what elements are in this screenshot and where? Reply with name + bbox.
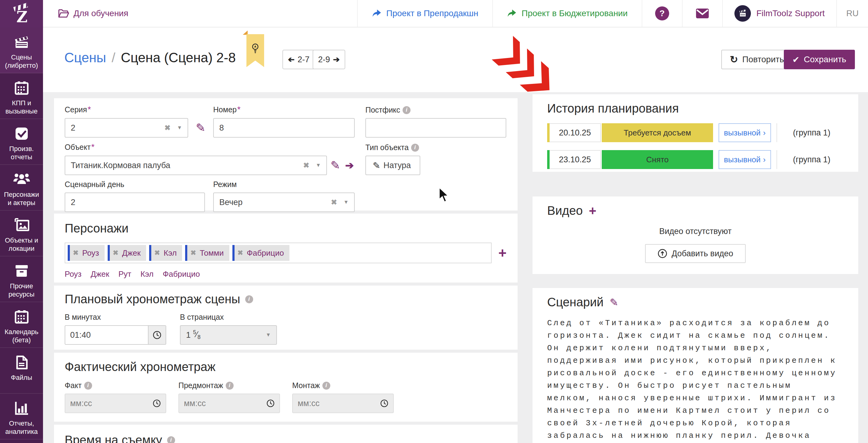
info-icon[interactable]: i <box>84 382 92 390</box>
info-icon[interactable]: i <box>245 295 253 303</box>
character-link[interactable]: Рут <box>118 269 131 279</box>
edit-script-icon[interactable]: ✎ <box>610 296 619 308</box>
add-character-button[interactable]: + <box>498 246 506 260</box>
character-link[interactable]: Кэл <box>140 269 153 279</box>
filmtoolz-logo[interactable]: Z <box>0 0 43 27</box>
object-select[interactable]: Титаник.Кормовая палуба ✖ ▼ <box>65 156 327 175</box>
sidebar-item-production-reports[interactable]: Произв. отчеты <box>0 119 43 165</box>
remove-tag-icon[interactable]: ✖ <box>113 249 118 257</box>
planned-timing-card: Плановый хронометраж сцены i В минутах В… <box>54 286 518 350</box>
goto-object-icon[interactable]: ➔ <box>345 159 354 172</box>
info-icon[interactable]: i <box>226 382 234 390</box>
pages-int: 1 <box>186 330 191 340</box>
characters-card: Персонажи ✖ Роуз ✖ Джек ✖ Кэл ✖ Томми ✖ … <box>54 213 518 283</box>
link-project-budgeting[interactable]: Проект в Бюджетировании <box>492 0 642 27</box>
remove-tag-icon[interactable]: ✖ <box>154 249 160 257</box>
info-icon[interactable]: i <box>403 106 410 114</box>
sidebar-item-call-sheets[interactable]: КПП и вызывные <box>0 73 43 119</box>
postfix-input[interactable] <box>365 118 506 138</box>
minutes-input[interactable] <box>65 326 148 344</box>
sidebar-item-label: Отчеты, аналитика <box>0 419 43 436</box>
repeat-button[interactable]: ↻ Повторить <box>721 50 793 69</box>
character-link[interactable]: Фабрицио <box>162 269 200 279</box>
sidebar-item-label: Файлы <box>10 374 34 382</box>
edit-object-icon[interactable]: ✎ <box>331 159 340 172</box>
character-link[interactable]: Роуз <box>65 269 82 279</box>
pencil-icon: ✎ <box>373 160 380 171</box>
pages-select[interactable]: 1 5⁄8 ▼ <box>180 325 277 345</box>
clock-icon <box>375 394 393 413</box>
envelope-icon <box>695 8 709 19</box>
chevron-down-icon: ▼ <box>177 125 182 131</box>
add-video-button[interactable]: Добавить видео <box>645 244 746 263</box>
premontage-field <box>179 393 280 413</box>
save-button[interactable]: ✔ Сохранить <box>784 50 855 69</box>
sidebar-item-characters-actors[interactable]: Персонажи и актеры <box>0 165 43 210</box>
object-label: Объект <box>65 143 95 152</box>
series-select[interactable]: 2 ✖ ▼ <box>65 118 188 138</box>
chevron-down-icon: ▼ <box>266 332 271 338</box>
remove-tag-icon[interactable]: ✖ <box>238 249 243 257</box>
topbar-spacer <box>128 0 357 27</box>
group-label: (группа 1) <box>793 128 831 138</box>
project-switcher[interactable]: Для обучения <box>58 0 128 27</box>
bookmark-ribbon[interactable] <box>246 34 264 67</box>
character-tag[interactable]: ✖ Кэл <box>149 245 182 261</box>
remove-tag-icon[interactable]: ✖ <box>73 249 79 257</box>
info-icon[interactable]: i <box>322 382 330 390</box>
character-link[interactable]: Джек <box>91 269 109 279</box>
help-button[interactable]: ? <box>642 0 682 27</box>
minutes-label: В минутах <box>65 313 101 322</box>
character-tag[interactable]: ✖ Фабрицио <box>232 245 289 261</box>
clock-icon <box>262 394 279 413</box>
postfix-label: Постфикс <box>365 106 400 114</box>
call-sheet-link[interactable]: вызывной › <box>718 150 771 169</box>
link-project-preproduction[interactable]: Проект в Препродакшн <box>357 0 493 27</box>
people-icon <box>13 172 30 187</box>
sidebar-item-reports-analytics[interactable]: Отчеты, аналитика <box>0 393 43 439</box>
sidebar-item-files[interactable]: Файлы <box>0 348 43 393</box>
script-card: Сценарий ✎ След от «Титаника» расходится… <box>532 288 858 443</box>
chevron-down-icon: ▼ <box>343 199 349 205</box>
tag-label: Кэл <box>163 248 177 258</box>
arrow-right-icon: ➔ <box>333 55 340 64</box>
montage-input[interactable] <box>293 394 375 413</box>
next-scene-button[interactable]: 2-9 ➔ <box>313 50 345 69</box>
info-icon[interactable]: i <box>167 436 175 443</box>
sidebar: Z Сцены (либретто) КПП и вызывные <box>0 0 43 443</box>
clear-icon[interactable]: ✖ <box>303 161 309 170</box>
svg-text:Z: Z <box>16 8 27 25</box>
clear-icon[interactable]: ✖ <box>331 198 337 207</box>
language-label: RU <box>846 8 859 18</box>
premontage-input[interactable] <box>179 394 262 413</box>
mode-select[interactable]: Вечер ✖ ▼ <box>213 193 355 212</box>
add-video-plus-icon[interactable]: + <box>589 204 596 217</box>
character-tag[interactable]: ✖ Джек <box>108 245 146 261</box>
edit-series-icon[interactable]: ✎ <box>196 121 206 135</box>
language-switcher[interactable]: RU <box>836 0 868 27</box>
object-type-button[interactable]: ✎ Натура <box>365 156 420 175</box>
sidebar-item-objects-locations[interactable]: Объекты и локации <box>0 210 43 256</box>
prev-scene-button[interactable]: ➔ 2-7 <box>282 50 315 69</box>
check-icon: ✔ <box>793 55 799 65</box>
call-sheet-link[interactable]: вызывной › <box>718 123 771 142</box>
support-account[interactable]: FilmToolz Support <box>722 0 836 27</box>
number-input[interactable] <box>213 118 355 138</box>
fact-input[interactable] <box>65 394 148 413</box>
sidebar-item-calendar-beta[interactable]: Календарь (бета) <box>0 302 43 348</box>
breadcrumb-scenes-link[interactable]: Сцены <box>64 50 106 65</box>
character-tag[interactable]: ✖ Томми <box>185 245 229 261</box>
clear-icon[interactable]: ✖ <box>164 124 170 132</box>
character-tag[interactable]: ✖ Роуз <box>68 245 104 261</box>
script-day-input[interactable] <box>65 193 205 212</box>
minutes-field[interactable] <box>65 325 166 345</box>
save-label: Сохранить <box>804 55 846 64</box>
characters-tag-field[interactable]: ✖ Роуз ✖ Джек ✖ Кэл ✖ Томми ✖ Фабрицио <box>65 242 492 263</box>
messages-button[interactable] <box>682 0 722 27</box>
remove-tag-icon[interactable]: ✖ <box>190 249 196 257</box>
info-icon[interactable]: i <box>411 144 419 152</box>
group-label: (группа 1) <box>793 155 831 165</box>
sidebar-item-other-resources[interactable]: Прочие ресурсы <box>0 256 43 302</box>
sidebar-item-scenes[interactable]: Сцены (либретто) <box>0 27 43 73</box>
link-label: Проект в Препродакшн <box>386 8 478 18</box>
